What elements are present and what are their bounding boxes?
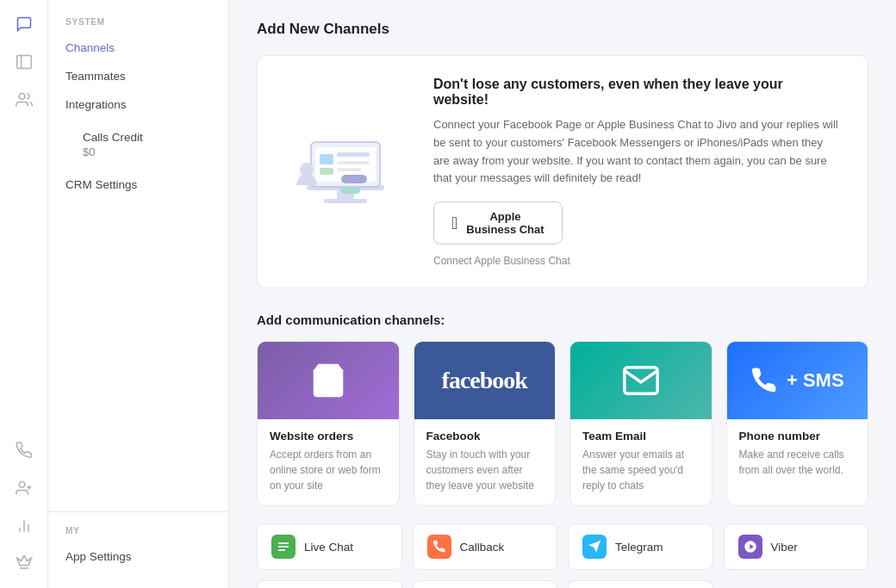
svg-rect-19 bbox=[320, 168, 333, 175]
phone-body: Phone number Make and receive calls from… bbox=[727, 419, 868, 490]
svg-rect-21 bbox=[341, 175, 367, 183]
svg-rect-15 bbox=[337, 152, 370, 157]
svg-rect-16 bbox=[337, 161, 370, 164]
my-label: MY bbox=[48, 526, 228, 542]
small-channel-whatsapp[interactable]: WhatsApp bbox=[257, 580, 402, 588]
contacts-nav-icon[interactable] bbox=[9, 46, 40, 77]
svg-point-3 bbox=[19, 482, 25, 488]
svg-rect-17 bbox=[337, 168, 361, 171]
svg-point-2 bbox=[19, 94, 25, 100]
team-email-body: Team Email Answer your emails at the sam… bbox=[570, 419, 712, 505]
apple-logo-icon:  bbox=[451, 214, 457, 233]
main-content: Add New Channels bbox=[229, 0, 896, 588]
small-channel-chat-api[interactable]: Chat API bbox=[568, 580, 713, 588]
callback-label: Callback bbox=[460, 541, 505, 554]
channel-grid: Website orders Accept orders from an onl… bbox=[257, 341, 868, 506]
channel-card-phone[interactable]: + SMS Phone number Make and receive call… bbox=[726, 341, 869, 506]
small-channel-live-chat[interactable]: Live Chat bbox=[257, 523, 402, 570]
facebook-logo-icon: facebook bbox=[442, 367, 527, 394]
small-channel-grid: Live Chat Callback Telegram bbox=[257, 523, 868, 588]
live-chat-icon bbox=[271, 535, 296, 559]
phone-banner: + SMS bbox=[727, 342, 868, 419]
chat-nav-icon[interactable] bbox=[9, 9, 40, 40]
facebook-body: Facebook Stay in touch with your custome… bbox=[414, 419, 556, 505]
promo-description: Connect your Facebook Page or Apple Busi… bbox=[433, 116, 840, 188]
website-orders-banner bbox=[258, 342, 399, 419]
small-channel-callback[interactable]: Callback bbox=[413, 523, 558, 570]
section-title: Add communication channels: bbox=[257, 313, 868, 327]
viber-label: Viber bbox=[771, 541, 798, 554]
sms-label-icon: + SMS bbox=[787, 369, 844, 392]
system-section: SYSTEM Channels Teammates Integrations bbox=[48, 17, 228, 119]
website-orders-name: Website orders bbox=[270, 430, 387, 443]
facebook-desc: Stay in touch with your customers even a… bbox=[426, 447, 544, 493]
phone-name: Phone number bbox=[739, 430, 856, 443]
calls-credit-label[interactable]: Calls Credit bbox=[65, 126, 211, 145]
connect-apple-link[interactable]: Connect Apple Business Chat bbox=[433, 255, 840, 267]
live-chat-label: Live Chat bbox=[304, 541, 353, 554]
system-label: SYSTEM bbox=[48, 17, 228, 34]
telegram-icon bbox=[582, 535, 607, 559]
phone-nav-icon[interactable] bbox=[9, 435, 40, 466]
facebook-name: Facebook bbox=[426, 430, 544, 443]
svg-rect-0 bbox=[16, 56, 31, 69]
apple-btn-label: AppleBusiness Chat bbox=[466, 210, 544, 236]
sidebar-item-teammates[interactable]: Teammates bbox=[48, 62, 228, 90]
svg-rect-12 bbox=[324, 199, 367, 203]
channel-card-website-orders[interactable]: Website orders Accept orders from an onl… bbox=[257, 341, 400, 506]
telegram-label: Telegram bbox=[615, 541, 663, 554]
facebook-banner: facebook bbox=[414, 342, 556, 419]
channel-card-facebook[interactable]: facebook Facebook Stay in touch with you… bbox=[414, 341, 557, 506]
small-channel-telegram[interactable]: Telegram bbox=[568, 523, 713, 570]
svg-rect-18 bbox=[320, 154, 333, 164]
phone-desc: Make and receive calls from all over the… bbox=[739, 447, 856, 478]
svg-marker-28 bbox=[588, 542, 600, 553]
website-orders-body: Website orders Accept orders from an onl… bbox=[258, 419, 399, 505]
svg-rect-22 bbox=[341, 187, 360, 194]
page-title: Add New Channels bbox=[257, 21, 868, 38]
team-nav-icon[interactable] bbox=[9, 84, 40, 115]
sidebar-item-integrations[interactable]: Integrations bbox=[48, 90, 228, 119]
viber-icon bbox=[738, 535, 762, 559]
callback-icon bbox=[427, 535, 451, 559]
calls-credit-section: Calls Credit $0 bbox=[48, 119, 228, 170]
small-channel-chat-page[interactable]: Chat page bbox=[413, 580, 558, 588]
phone-banner-content: + SMS bbox=[750, 367, 844, 394]
analytics-nav-icon[interactable] bbox=[9, 511, 40, 542]
visitors-nav-icon[interactable] bbox=[9, 473, 40, 504]
channel-card-team-email[interactable]: Team Email Answer your emails at the sam… bbox=[569, 341, 712, 506]
crown-nav-icon[interactable] bbox=[9, 548, 40, 579]
website-orders-desc: Accept orders from an online store or we… bbox=[270, 447, 387, 493]
my-section: MY App Settings bbox=[48, 511, 228, 571]
promo-illustration bbox=[285, 121, 406, 224]
sidebar-item-crm-settings[interactable]: CRM Settings bbox=[48, 170, 228, 199]
sidebar-item-app-settings[interactable]: App Settings bbox=[48, 542, 228, 571]
apple-business-chat-button[interactable]:  AppleBusiness Chat bbox=[433, 201, 563, 244]
icon-bar bbox=[0, 0, 48, 588]
small-channel-viber[interactable]: Viber bbox=[724, 523, 869, 570]
team-email-name: Team Email bbox=[582, 430, 700, 443]
team-email-banner bbox=[570, 342, 712, 419]
sidebar: SYSTEM Channels Teammates Integrations C… bbox=[48, 0, 229, 588]
promo-heading: Don't lose any customers, even when they… bbox=[433, 77, 840, 108]
sidebar-item-channels[interactable]: Channels bbox=[48, 34, 228, 62]
calls-credit-value: $0 bbox=[65, 145, 211, 158]
team-email-desc: Answer your emails at the same speed you… bbox=[582, 447, 700, 493]
promo-text: Don't lose any customers, even when they… bbox=[433, 77, 840, 267]
promo-card: Don't lose any customers, even when they… bbox=[257, 55, 868, 288]
